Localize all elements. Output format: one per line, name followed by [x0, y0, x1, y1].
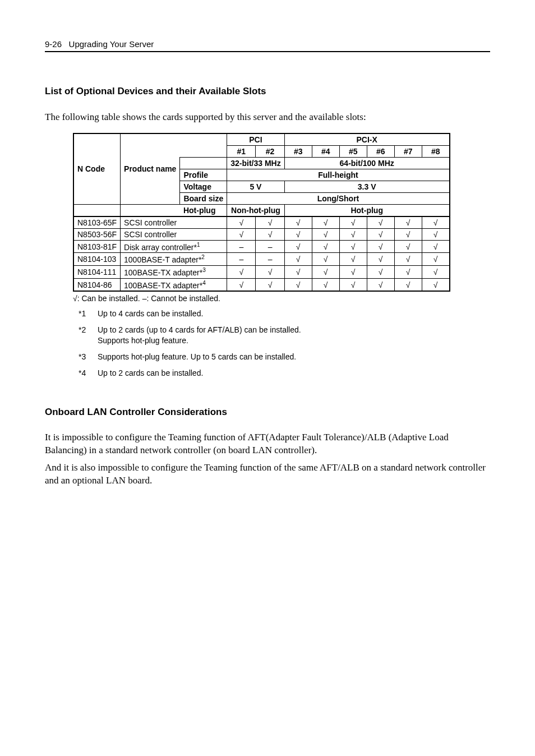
note-text: Up to 2 cards can be installed.	[98, 368, 203, 379]
cell-slot-value: √	[339, 253, 367, 266]
th-n-code: N Code	[73, 133, 121, 205]
cell-n-code: N8103-81F	[73, 240, 121, 253]
cell-product-name: SCSI controller	[121, 228, 227, 240]
th-board-lbl: Board size	[180, 192, 227, 204]
cell-slot-value: –	[227, 240, 256, 253]
cell-slot-value: √	[227, 216, 256, 229]
th-hot12: Non-hot-plug	[227, 204, 284, 216]
note-item: *3Supports hot-plug feature. Up to 5 car…	[79, 352, 490, 362]
onboard-lan-p2: And it is also impossible to configure t…	[45, 462, 490, 487]
cell-slot-value: –	[256, 240, 284, 253]
onboard-lan-p1: It is impossible to configure the Teamin…	[45, 431, 490, 457]
cell-slot-value: √	[227, 228, 256, 240]
cell-slot-value: √	[339, 240, 367, 253]
cell-slot-value: √	[312, 240, 339, 253]
cell-slot-value: √	[422, 253, 450, 266]
cell-n-code: N8104-86	[73, 278, 121, 291]
th-pcix: PCI-X	[284, 133, 450, 146]
section-heading-onboard-lan: Onboard LAN Controller Considerations	[45, 407, 490, 418]
cell-slot-value: √	[312, 253, 339, 266]
cell-slot-value: √	[284, 266, 312, 279]
th-blank1	[180, 133, 227, 158]
cell-product-name: 100BASE-TX adapter*4	[121, 278, 227, 291]
th-slot-3: #3	[284, 145, 312, 157]
cell-slot-value: √	[339, 228, 367, 240]
cell-slot-value: √	[284, 240, 312, 253]
cell-slot-value: √	[256, 278, 284, 291]
th-blank3	[73, 204, 121, 216]
note-item: *2Up to 2 cards (up to 4 cards for AFT/A…	[79, 325, 490, 346]
table-legend: √: Can be installed. –: Cannot be instal…	[73, 294, 490, 303]
th-slot-1: #1	[227, 145, 256, 157]
note-marker: *1	[79, 308, 98, 319]
cell-slot-value: √	[422, 216, 450, 229]
section-heading-devices: List of Optional Devices and their Avail…	[45, 86, 490, 97]
cell-slot-value: √	[227, 266, 256, 279]
cell-slot-value: √	[367, 278, 394, 291]
cell-slot-value: √	[312, 266, 339, 279]
th-slot-7: #7	[394, 145, 422, 157]
th-pci: PCI	[227, 133, 284, 146]
note-marker: *3	[79, 352, 98, 362]
th-slot-6: #6	[367, 145, 394, 157]
th-profile-val: Full-height	[227, 169, 450, 181]
cell-slot-value: √	[422, 240, 450, 253]
cell-slot-value: √	[284, 228, 312, 240]
cell-slot-value: √	[284, 278, 312, 291]
note-text: Up to 4 cards can be installed.	[98, 308, 203, 319]
th-voltage38: 3.3 V	[284, 181, 450, 192]
page-header: 9-26 Upgrading Your Server	[45, 39, 490, 52]
cell-slot-value: √	[422, 278, 450, 291]
cell-slot-value: √	[312, 228, 339, 240]
cell-slot-value: √	[394, 253, 422, 266]
cell-n-code: N8104-111	[73, 266, 121, 279]
th-bus38: 64-bit/100 MHz	[284, 157, 450, 169]
section-intro: The following table shows the cards supp…	[45, 110, 490, 124]
cell-slot-value: √	[339, 278, 367, 291]
note-item: *1Up to 4 cards can be installed.	[79, 308, 490, 319]
cell-n-code: N8104-103	[73, 253, 121, 266]
cell-slot-value: √	[422, 266, 450, 279]
notes-list: *1Up to 4 cards can be installed.*2Up to…	[79, 308, 490, 378]
cell-slot-value: √	[367, 240, 394, 253]
note-text: Up to 2 cards (up to 4 cards for AFT/ALB…	[98, 325, 301, 346]
cell-product-name: 100BASE-TX adapter*3	[121, 266, 227, 279]
note-marker: *4	[79, 368, 98, 379]
th-slot-2: #2	[256, 145, 284, 157]
th-board-val: Long/Short	[227, 192, 450, 204]
cell-slot-value: √	[394, 228, 422, 240]
cell-slot-value: √	[367, 228, 394, 240]
cell-slot-value: √	[256, 266, 284, 279]
th-slot-8: #8	[422, 145, 450, 157]
th-product-name: Product name	[121, 133, 180, 205]
cell-slot-value: √	[312, 278, 339, 291]
cell-slot-value: √	[367, 266, 394, 279]
th-slot-4: #4	[312, 145, 339, 157]
th-voltage12: 5 V	[227, 181, 284, 192]
cell-n-code: N8503-56F	[73, 228, 121, 240]
note-text: Supports hot-plug feature. Up to 5 cards…	[98, 352, 296, 362]
cell-slot-value: √	[367, 253, 394, 266]
header-title: Upgrading Your Server	[69, 39, 154, 49]
cell-slot-value: –	[256, 253, 284, 266]
note-item: *4Up to 2 cards can be installed.	[79, 368, 490, 379]
note-marker: *2	[79, 325, 98, 346]
devices-table: N Code Product name PCI PCI-X #1 #2 #3 #…	[73, 133, 450, 292]
cell-slot-value: √	[422, 228, 450, 240]
page-number: 9-26	[45, 39, 62, 49]
th-hot38: Hot-plug	[284, 204, 450, 216]
th-slot-5: #5	[339, 145, 367, 157]
cell-slot-value: √	[312, 216, 339, 229]
cell-slot-value: √	[256, 228, 284, 240]
cell-slot-value: √	[394, 266, 422, 279]
cell-slot-value: √	[227, 278, 256, 291]
cell-slot-value: √	[394, 240, 422, 253]
th-bus12: 32-bit/33 MHz	[227, 157, 284, 169]
cell-product-name: Disk array controller*1	[121, 240, 227, 253]
th-profile-lbl: Profile	[180, 169, 227, 181]
cell-slot-value: √	[284, 216, 312, 229]
th-blank4	[121, 204, 180, 216]
th-voltage-lbl: Voltage	[180, 181, 227, 192]
cell-slot-value: √	[367, 216, 394, 229]
th-blank2	[180, 157, 227, 169]
